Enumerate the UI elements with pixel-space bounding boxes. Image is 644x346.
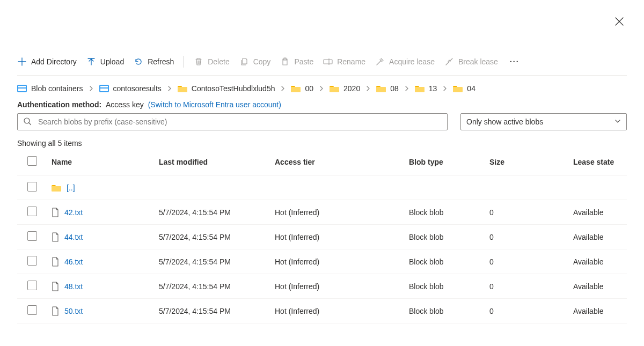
- blob-link[interactable]: 42.txt: [64, 208, 83, 217]
- cell-type: Block blob: [405, 274, 485, 299]
- table-row[interactable]: 48.txt 5/7/2024, 4:15:54 PM Hot (Inferre…: [17, 274, 627, 299]
- breadcrumb-root[interactable]: Blob containers: [17, 84, 83, 93]
- chevron-right-icon: [167, 86, 172, 91]
- chevron-right-icon: [319, 86, 324, 91]
- up-link[interactable]: [..]: [67, 183, 75, 192]
- cell-tier: Hot (Inferred): [270, 249, 405, 274]
- close-button[interactable]: [612, 14, 627, 29]
- table-row-up[interactable]: [..]: [17, 175, 627, 200]
- breadcrumb: Blob containers contosoresults ContosoTe…: [17, 76, 627, 98]
- cell-type: Block blob: [405, 299, 485, 323]
- blob-link[interactable]: 48.txt: [64, 282, 83, 291]
- toolbar-label: Upload: [100, 57, 124, 66]
- cell-type: Block blob: [405, 225, 485, 249]
- cell-size: 0: [485, 200, 569, 225]
- cell-size: 0: [485, 225, 569, 249]
- blob-link[interactable]: 46.txt: [64, 257, 83, 266]
- toolbar-label: Break lease: [458, 57, 498, 66]
- cell-lease: Available: [569, 225, 627, 249]
- blob-browser-root: Add Directory Upload Refresh Delete Copy…: [0, 0, 644, 346]
- cell-size: 0: [485, 249, 569, 274]
- select-value: Only show active blobs: [466, 117, 543, 126]
- table-row[interactable]: 50.txt 5/7/2024, 4:15:54 PM Hot (Inferre…: [17, 299, 627, 323]
- blob-table: Name Last modified Access tier Blob type…: [17, 151, 627, 323]
- col-lease[interactable]: Lease state: [569, 151, 627, 175]
- add-directory-button[interactable]: Add Directory: [17, 57, 77, 67]
- container-icon: [99, 85, 109, 92]
- col-name[interactable]: Name: [47, 151, 155, 175]
- acquire-lease-button[interactable]: Acquire lease: [375, 57, 435, 67]
- file-icon: [52, 208, 59, 217]
- cell-lease: Available: [569, 274, 627, 299]
- refresh-button[interactable]: Refresh: [134, 57, 174, 67]
- chevron-right-icon: [404, 86, 409, 91]
- svg-point-1: [24, 118, 30, 123]
- col-size[interactable]: Size: [485, 151, 569, 175]
- col-tier[interactable]: Access tier: [270, 151, 405, 175]
- breadcrumb-folder[interactable]: 2020: [330, 84, 360, 93]
- folder-icon: [178, 85, 187, 92]
- row-checkbox[interactable]: [27, 207, 37, 216]
- toolbar-label: Copy: [253, 57, 271, 66]
- cell-tier: Hot (Inferred): [270, 274, 405, 299]
- file-icon: [52, 306, 59, 316]
- blob-link[interactable]: 50.txt: [64, 307, 83, 315]
- folder-icon: [291, 85, 301, 92]
- chevron-down-icon: [614, 117, 621, 126]
- upload-button[interactable]: Upload: [86, 57, 124, 67]
- search-box[interactable]: [17, 113, 448, 130]
- breadcrumb-current[interactable]: 04: [453, 84, 475, 93]
- copy-button[interactable]: Copy: [239, 57, 271, 67]
- toolbar-label: Paste: [294, 57, 313, 66]
- auth-switch-link[interactable]: (Switch to Microsoft Entra user account): [148, 100, 281, 109]
- chevron-right-icon: [280, 86, 286, 91]
- breadcrumb-container[interactable]: contosoresults: [99, 84, 162, 93]
- breadcrumb-folder[interactable]: ContosoTestHubdlxlud5h: [178, 84, 275, 93]
- delete-button[interactable]: Delete: [194, 57, 229, 67]
- file-icon: [52, 232, 59, 242]
- table-row[interactable]: 44.txt 5/7/2024, 4:15:54 PM Hot (Inferre…: [17, 225, 627, 249]
- blob-filter-select[interactable]: Only show active blobs: [460, 113, 627, 130]
- search-input[interactable]: [37, 117, 442, 127]
- toolbar: Add Directory Upload Refresh Delete Copy…: [17, 0, 627, 76]
- row-checkbox[interactable]: [27, 281, 37, 290]
- upload-icon: [86, 57, 96, 67]
- cell-type: Block blob: [405, 200, 485, 225]
- row-checkbox[interactable]: [27, 256, 37, 266]
- folder-icon: [415, 85, 425, 92]
- col-modified[interactable]: Last modified: [155, 151, 270, 175]
- table-row[interactable]: 46.txt 5/7/2024, 4:15:54 PM Hot (Inferre…: [17, 249, 627, 274]
- breadcrumb-label: 08: [390, 84, 399, 93]
- breadcrumb-folder[interactable]: 13: [415, 84, 437, 93]
- row-checkbox[interactable]: [27, 305, 37, 315]
- cell-modified: 5/7/2024, 4:15:54 PM: [155, 274, 270, 299]
- col-type[interactable]: Blob type: [405, 151, 485, 175]
- refresh-icon: [134, 57, 143, 67]
- breadcrumb-label: 2020: [343, 84, 360, 93]
- auth-method-value: Access key: [106, 100, 144, 109]
- rename-button[interactable]: Rename: [323, 57, 365, 67]
- folder-icon: [330, 85, 339, 92]
- toolbar-separator: [184, 56, 184, 68]
- paste-button[interactable]: Paste: [280, 57, 313, 67]
- toolbar-label: Delete: [208, 57, 229, 66]
- row-checkbox[interactable]: [27, 182, 37, 192]
- toolbar-label: Add Directory: [31, 57, 77, 66]
- breadcrumb-folder[interactable]: 08: [376, 84, 399, 93]
- cell-modified: 5/7/2024, 4:15:54 PM: [155, 225, 270, 249]
- table-row[interactable]: 42.txt 5/7/2024, 4:15:54 PM Hot (Inferre…: [17, 200, 627, 225]
- file-icon: [52, 282, 59, 291]
- svg-rect-0: [324, 60, 332, 64]
- cell-modified: 5/7/2024, 4:15:54 PM: [155, 200, 270, 225]
- row-checkbox[interactable]: [27, 231, 37, 241]
- blob-link[interactable]: 44.txt: [64, 233, 83, 241]
- toolbar-overflow-button[interactable]: ···: [508, 57, 522, 66]
- break-lease-button[interactable]: Break lease: [444, 57, 498, 67]
- select-all-checkbox[interactable]: [27, 156, 37, 166]
- breadcrumb-folder[interactable]: 00: [291, 84, 313, 93]
- file-icon: [52, 257, 59, 267]
- item-count-label: Showing all 5 items: [17, 136, 627, 151]
- cell-tier: Hot (Inferred): [270, 200, 405, 225]
- trash-icon: [194, 57, 203, 67]
- lease-acquire-icon: [375, 57, 385, 67]
